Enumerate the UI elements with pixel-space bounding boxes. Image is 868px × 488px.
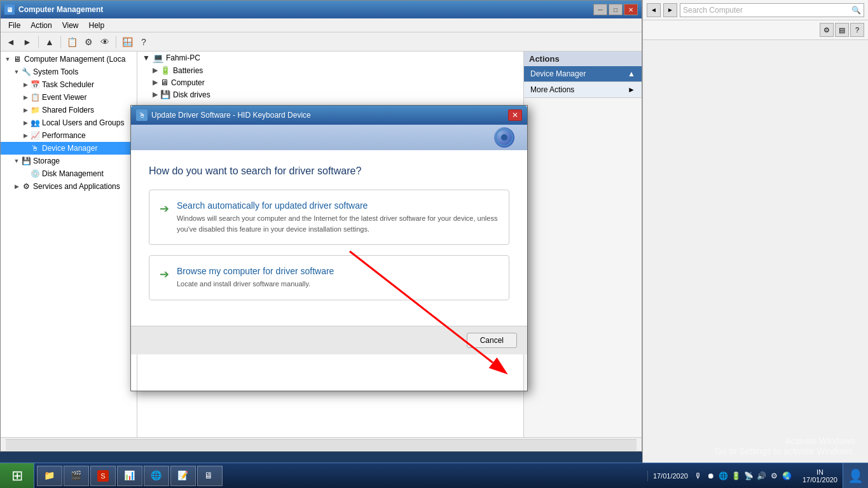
clock-time: IN [803,468,837,476]
root-icon: 🖥 [12,54,22,64]
shared-folders-icon: 📁 [30,105,40,115]
action-label: Device Manager [530,69,586,78]
settings-btn[interactable]: ⚙ [820,23,834,37]
sidebar-item-performance[interactable]: ▶ 📈 Performance [1,129,137,142]
action-btn[interactable]: ⚙ [81,34,96,50]
titlebar: 🖥 Computer Management ─ □ ✕ [1,1,642,18]
up-btn[interactable]: ▲ [42,34,57,50]
tray-text: 17/01/2020 [653,472,688,480]
clock-date: 17/01/2020 [803,476,837,484]
menu-file[interactable]: File [3,20,25,31]
sidebar-item-event-viewer[interactable]: ▶ 📋 Event Viewer [1,91,137,104]
tray-battery[interactable]: 🔋 [731,471,741,481]
sidebar-item-local-users[interactable]: ▶ 👥 Local Users and Groups [1,116,137,129]
close-button[interactable]: ✕ [624,4,638,15]
option2-main-label: Browse my computer for driver software [177,266,334,276]
dialog-title: Update Driver Software - HID Keyboard De… [151,111,311,120]
show-hide-btn[interactable]: 📋 [64,34,79,50]
activate-line2: Go to Settings to activate Windows. [715,446,855,456]
back-btn[interactable]: ◄ [3,34,18,50]
app-icon-glyph: 🖥 [6,6,13,13]
device-batteries[interactable]: ▶ 🔋 Batteries [137,64,523,76]
forward-btn[interactable]: ► [20,34,35,50]
sidebar-item-label: Local Users and Groups [42,118,124,127]
scrollbar[interactable] [6,439,637,450]
sidebar-root[interactable]: ▼ 🖥 Computer Management (Loca [1,53,137,66]
dialog-close-button[interactable]: ✕ [508,109,522,121]
sidebar-item-task-scheduler[interactable]: ▶ 📅 Task Scheduler [1,78,137,91]
user-avatar[interactable]: 👤 [843,463,868,489]
taskbar: ⊞ 📁 🎬 S 📊 🌐 📝 🖥 17/01/2020 🎙 ⏺ 🌐 🔋 📡 � [0,463,868,488]
help-btn-right[interactable]: ? [850,23,864,37]
tray-mic[interactable]: 🎙 [693,471,703,481]
help-btn[interactable]: ? [136,34,151,50]
taskbar-app-7[interactable]: 🖥 [197,466,223,486]
nav-back[interactable]: ◄ [647,3,661,17]
device-computer[interactable]: ▶ 🖥 Computer [137,76,523,88]
storage-toggle: ▼ [12,158,21,164]
sidebar-item-services[interactable]: ▶ ⚙ Services and Applications [1,180,137,193]
view-btn[interactable]: 👁 [97,34,113,50]
device-root[interactable]: ▼ 💻 Fahmi-PC [137,52,523,64]
media-icon: 🎬 [71,470,82,482]
sidebar-item-storage[interactable]: ▼ 💾 Storage [1,155,137,167]
app-icon: 🖥 [4,4,15,15]
menu-view[interactable]: View [57,20,84,31]
option-browse[interactable]: ➔ Browse my computer for driver software… [149,255,509,300]
search-icon: 🔍 [851,6,861,15]
device-disk[interactable]: ▶ 💾 Disk drives [137,88,523,101]
device-root-label: Fahmi-PC [166,53,200,62]
local-users-toggle: ▶ [21,120,30,126]
panes-btn[interactable]: ▤ [835,23,849,37]
services-icon: ⚙ [21,181,31,192]
sidebar-item-label: Task Scheduler [42,80,94,89]
taskbar-app-explorer[interactable]: 📁 [37,466,62,486]
sidebar-item-device-manager[interactable]: 🖱 Device Manager [1,142,137,155]
local-users-icon: 👥 [30,118,40,128]
sidebar-item-shared-folders[interactable]: ▶ 📁 Shared Folders [1,104,137,116]
tray-network[interactable]: 🌐 [719,471,729,481]
taskbar-clock: IN 17/01/2020 [797,468,843,484]
taskbar-app-6[interactable]: 📝 [170,466,196,486]
app3-icon: S [97,470,109,482]
titlebar-left: 🖥 Computer Management [4,4,103,15]
action-device-manager[interactable]: Device Manager ▲ [524,66,642,82]
toolbar: ◄ ► ▲ 📋 ⚙ 👁 🪟 ? [1,32,642,52]
sidebar-item-system-tools[interactable]: ▼ 🔧 System Tools [1,66,137,78]
computer-label: Computer [171,78,205,87]
new-window-btn[interactable]: 🪟 [120,34,135,50]
menu-action[interactable]: Action [25,20,57,31]
option-auto-search[interactable]: ➔ Search automatically for updated drive… [149,190,509,245]
dialog-titlebar: 🖱 Update Driver Software - HID Keyboard … [131,106,527,125]
root-toggle: ▼ [3,56,12,62]
option2-sub-label: Locate and install driver software manua… [177,280,310,288]
search-computer-box[interactable]: Search Computer 🔍 [680,3,864,17]
sidebar-item-label: Device Manager [42,144,97,153]
sidebar-item-label: System Tools [33,67,78,76]
performance-icon: 📈 [30,130,40,141]
tray-app10[interactable]: ⚙ [769,471,780,481]
tray-record[interactable]: ⏺ [706,471,716,481]
nav-forward[interactable]: ► [663,3,677,17]
menu-help[interactable]: Help [84,20,110,31]
taskbar-app-media[interactable]: 🎬 [64,466,89,486]
disk-toggle: ▶ [153,90,158,99]
minimize-button[interactable]: ─ [593,4,607,15]
titlebar-title: Computer Management [18,5,103,14]
taskbar-app-5[interactable]: 🌐 [144,466,169,486]
start-button[interactable]: ⊞ [0,463,34,489]
sidebar-item-disk-management[interactable]: 💿 Disk Management [1,167,137,180]
disk-mgmt-icon: 💿 [30,169,40,179]
taskbar-app-4[interactable]: 📊 [117,466,142,486]
sidebar-tree: ▼ 🖥 Computer Management (Loca ▼ 🔧 System… [1,52,137,437]
maximize-button[interactable]: □ [609,4,623,15]
taskbar-app-3[interactable]: S [90,466,116,486]
tray-app8[interactable]: 📡 [744,471,754,481]
action-more[interactable]: More Actions ► [524,82,642,98]
activate-line1: Activate Windows [715,436,855,446]
task-scheduler-icon: 📅 [30,80,40,90]
tray-app9[interactable]: 🔊 [757,471,767,481]
tray-lang[interactable]: 🌏 [782,471,792,481]
cancel-button[interactable]: Cancel [467,333,517,348]
dialog-title-left: 🖱 Update Driver Software - HID Keyboard … [136,109,311,121]
